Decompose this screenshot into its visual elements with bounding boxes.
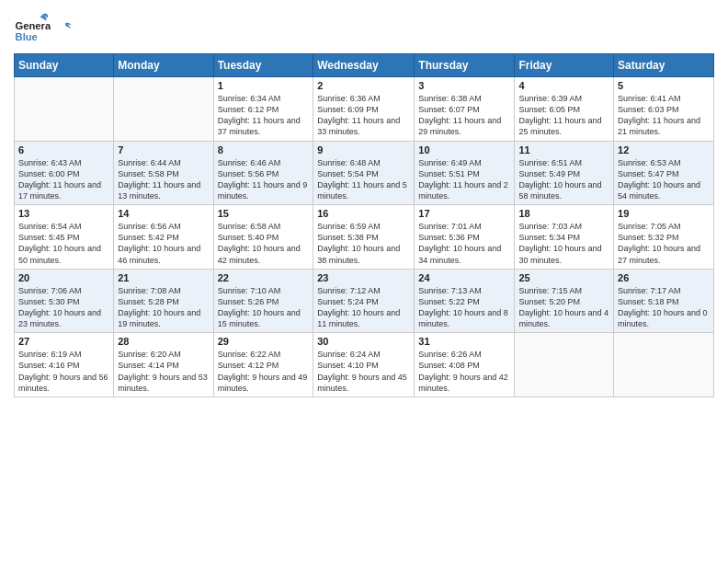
day-number: 25 [518, 272, 609, 283]
calendar-cell: 7Sunrise: 6:44 AMSunset: 5:58 PMDaylight… [114, 141, 213, 205]
day-number: 12 [618, 144, 710, 155]
calendar-cell: 17Sunrise: 7:01 AMSunset: 5:36 PMDayligh… [415, 205, 515, 270]
calendar-cell: 23Sunrise: 7:12 AMSunset: 5:24 PMDayligh… [313, 269, 415, 333]
calendar-cell [515, 333, 614, 397]
cell-content: Sunrise: 6:26 AMSunset: 4:08 PMDaylight:… [418, 349, 510, 394]
day-of-week-header: Tuesday [213, 54, 313, 77]
day-number: 10 [418, 144, 510, 155]
day-number: 19 [618, 208, 710, 219]
cell-content: Sunrise: 6:20 AMSunset: 4:14 PMDaylight:… [118, 349, 209, 394]
day-of-week-header: Monday [114, 54, 213, 77]
calendar-cell: 9Sunrise: 6:48 AMSunset: 5:54 PMDaylight… [313, 141, 415, 205]
day-of-week-header: Wednesday [313, 54, 415, 77]
day-number: 2 [317, 80, 410, 91]
calendar-header-row: SundayMondayTuesdayWednesdayThursdayFrid… [15, 54, 714, 77]
calendar-cell: 20Sunrise: 7:06 AMSunset: 5:30 PMDayligh… [15, 269, 114, 333]
day-number: 16 [317, 208, 410, 219]
svg-text:General: General [16, 20, 51, 31]
calendar-week-row: 20Sunrise: 7:06 AMSunset: 5:30 PMDayligh… [15, 269, 714, 333]
day-number: 3 [418, 80, 510, 91]
calendar-week-row: 27Sunrise: 6:19 AMSunset: 4:16 PMDayligh… [15, 333, 714, 397]
calendar-cell: 16Sunrise: 6:59 AMSunset: 5:38 PMDayligh… [313, 205, 415, 270]
day-number: 14 [118, 208, 209, 219]
cell-content: Sunrise: 7:05 AMSunset: 5:32 PMDaylight:… [618, 221, 710, 266]
cell-content: Sunrise: 6:46 AMSunset: 5:56 PMDaylight:… [218, 157, 310, 202]
day-of-week-header: Thursday [415, 54, 515, 77]
day-number: 5 [618, 80, 710, 91]
cell-content: Sunrise: 6:53 AMSunset: 5:47 PMDaylight:… [618, 157, 710, 202]
day-number: 8 [218, 144, 310, 155]
day-number: 20 [18, 272, 109, 283]
calendar-cell: 8Sunrise: 6:46 AMSunset: 5:56 PMDaylight… [213, 141, 313, 205]
day-number: 6 [18, 144, 109, 155]
cell-content: Sunrise: 6:22 AMSunset: 4:12 PMDaylight:… [218, 349, 310, 394]
calendar-week-row: 6Sunrise: 6:43 AMSunset: 6:00 PMDaylight… [15, 141, 714, 205]
cell-content: Sunrise: 6:38 AMSunset: 6:07 PMDaylight:… [418, 93, 510, 138]
logo: General Blue [14, 9, 74, 46]
day-number: 30 [317, 336, 410, 347]
cell-content: Sunrise: 6:19 AMSunset: 4:16 PMDaylight:… [18, 349, 109, 394]
day-number: 28 [118, 336, 209, 347]
cell-content: Sunrise: 6:58 AMSunset: 5:40 PMDaylight:… [218, 221, 310, 266]
cell-content: Sunrise: 6:43 AMSunset: 6:00 PMDaylight:… [18, 157, 109, 202]
header: General Blue [14, 9, 714, 46]
calendar-week-row: 13Sunrise: 6:54 AMSunset: 5:45 PMDayligh… [15, 205, 714, 270]
cell-content: Sunrise: 6:48 AMSunset: 5:54 PMDaylight:… [317, 157, 410, 202]
calendar-cell: 21Sunrise: 7:08 AMSunset: 5:28 PMDayligh… [114, 269, 213, 333]
cell-content: Sunrise: 6:56 AMSunset: 5:42 PMDaylight:… [118, 221, 209, 266]
cell-content: Sunrise: 7:12 AMSunset: 5:24 PMDaylight:… [317, 285, 410, 330]
calendar-cell: 3Sunrise: 6:38 AMSunset: 6:07 PMDaylight… [415, 77, 515, 142]
day-number: 24 [418, 272, 510, 283]
calendar-cell: 12Sunrise: 6:53 AMSunset: 5:47 PMDayligh… [614, 141, 714, 205]
day-number: 15 [218, 208, 310, 219]
calendar-cell: 28Sunrise: 6:20 AMSunset: 4:14 PMDayligh… [114, 333, 213, 397]
day-number: 23 [317, 272, 410, 283]
calendar-cell: 25Sunrise: 7:15 AMSunset: 5:20 PMDayligh… [515, 269, 614, 333]
day-of-week-header: Sunday [15, 54, 114, 77]
day-number: 7 [118, 144, 209, 155]
calendar-cell: 13Sunrise: 6:54 AMSunset: 5:45 PMDayligh… [15, 205, 114, 270]
cell-content: Sunrise: 7:15 AMSunset: 5:20 PMDaylight:… [518, 285, 609, 330]
day-number: 27 [18, 336, 109, 347]
day-number: 9 [317, 144, 410, 155]
cell-content: Sunrise: 6:41 AMSunset: 6:03 PMDaylight:… [618, 93, 710, 138]
day-number: 1 [218, 80, 310, 91]
page-container: General Blue [0, 0, 728, 407]
day-of-week-header: Saturday [614, 54, 714, 77]
calendar-cell: 29Sunrise: 6:22 AMSunset: 4:12 PMDayligh… [213, 333, 313, 397]
day-number: 31 [418, 336, 510, 347]
calendar-cell: 2Sunrise: 6:36 AMSunset: 6:09 PMDaylight… [313, 77, 415, 142]
day-number: 22 [218, 272, 310, 283]
calendar-cell: 11Sunrise: 6:51 AMSunset: 5:49 PMDayligh… [515, 141, 614, 205]
cell-content: Sunrise: 6:51 AMSunset: 5:49 PMDaylight:… [518, 157, 609, 202]
cell-content: Sunrise: 7:08 AMSunset: 5:28 PMDaylight:… [118, 285, 209, 330]
calendar-cell: 1Sunrise: 6:34 AMSunset: 6:12 PMDaylight… [213, 77, 313, 142]
calendar-cell: 6Sunrise: 6:43 AMSunset: 6:00 PMDaylight… [15, 141, 114, 205]
calendar-cell: 4Sunrise: 6:39 AMSunset: 6:05 PMDaylight… [515, 77, 614, 142]
svg-text:Blue: Blue [16, 31, 38, 42]
cell-content: Sunrise: 6:49 AMSunset: 5:51 PMDaylight:… [418, 157, 510, 202]
calendar-table: SundayMondayTuesdayWednesdayThursdayFrid… [14, 53, 714, 397]
calendar-cell: 31Sunrise: 6:26 AMSunset: 4:08 PMDayligh… [415, 333, 515, 397]
day-number: 11 [518, 144, 609, 155]
day-number: 26 [618, 272, 710, 283]
calendar-cell: 26Sunrise: 7:17 AMSunset: 5:18 PMDayligh… [614, 269, 714, 333]
calendar-cell [614, 333, 714, 397]
logo-icon: General Blue [14, 9, 51, 46]
logo-bird-icon [57, 21, 74, 38]
calendar-cell: 19Sunrise: 7:05 AMSunset: 5:32 PMDayligh… [614, 205, 714, 270]
calendar-cell: 30Sunrise: 6:24 AMSunset: 4:10 PMDayligh… [313, 333, 415, 397]
cell-content: Sunrise: 7:10 AMSunset: 5:26 PMDaylight:… [218, 285, 310, 330]
cell-content: Sunrise: 7:13 AMSunset: 5:22 PMDaylight:… [418, 285, 510, 330]
day-number: 13 [18, 208, 109, 219]
cell-content: Sunrise: 6:44 AMSunset: 5:58 PMDaylight:… [118, 157, 209, 202]
day-number: 18 [518, 208, 609, 219]
calendar-cell: 27Sunrise: 6:19 AMSunset: 4:16 PMDayligh… [15, 333, 114, 397]
cell-content: Sunrise: 7:01 AMSunset: 5:36 PMDaylight:… [418, 221, 510, 266]
cell-content: Sunrise: 6:59 AMSunset: 5:38 PMDaylight:… [317, 221, 410, 266]
calendar-cell: 18Sunrise: 7:03 AMSunset: 5:34 PMDayligh… [515, 205, 614, 270]
cell-content: Sunrise: 7:06 AMSunset: 5:30 PMDaylight:… [18, 285, 109, 330]
calendar-cell: 5Sunrise: 6:41 AMSunset: 6:03 PMDaylight… [614, 77, 714, 142]
cell-content: Sunrise: 6:54 AMSunset: 5:45 PMDaylight:… [18, 221, 109, 266]
calendar-cell: 15Sunrise: 6:58 AMSunset: 5:40 PMDayligh… [213, 205, 313, 270]
